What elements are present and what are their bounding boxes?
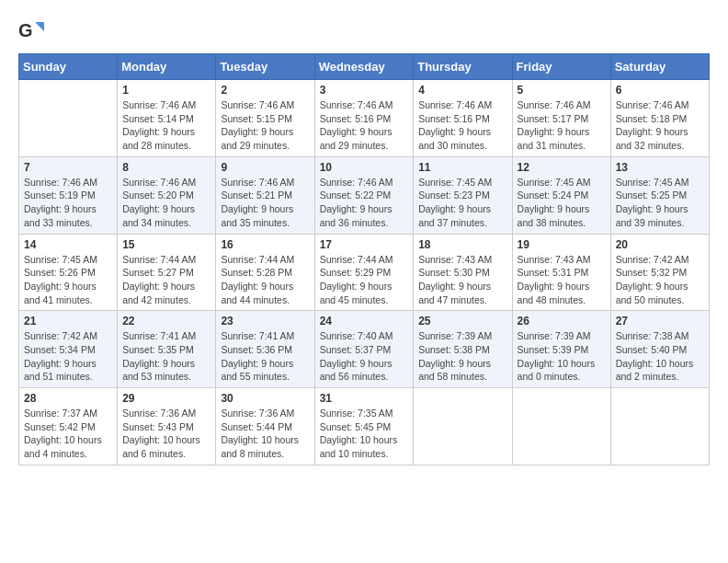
calendar-cell: 16Sunrise: 7:44 AMSunset: 5:28 PMDayligh… [216, 234, 314, 311]
day-info: Sunrise: 7:45 AMSunset: 5:26 PMDaylight:… [24, 253, 112, 307]
day-info: Sunrise: 7:46 AMSunset: 5:22 PMDaylight:… [320, 176, 409, 230]
calendar-cell: 6Sunrise: 7:46 AMSunset: 5:18 PMDaylight… [610, 80, 709, 157]
calendar-cell: 7Sunrise: 7:46 AMSunset: 5:19 PMDaylight… [19, 156, 118, 234]
day-number: 2 [221, 84, 309, 97]
calendar-cell: 8Sunrise: 7:46 AMSunset: 5:20 PMDaylight… [118, 156, 216, 234]
calendar-header-row: SundayMondayTuesdayWednesdayThursdayFrid… [19, 54, 710, 80]
day-info: Sunrise: 7:40 AMSunset: 5:37 PMDaylight:… [320, 329, 409, 384]
calendar-week-row: 14Sunrise: 7:45 AMSunset: 5:26 PMDayligh… [19, 234, 710, 311]
day-number: 23 [221, 315, 309, 327]
day-number: 16 [221, 238, 309, 251]
day-number: 10 [320, 161, 409, 174]
calendar-cell: 25Sunrise: 7:39 AMSunset: 5:38 PMDayligh… [414, 311, 512, 388]
calendar-cell: 19Sunrise: 7:43 AMSunset: 5:31 PMDayligh… [512, 234, 610, 311]
day-info: Sunrise: 7:41 AMSunset: 5:36 PMDaylight:… [221, 329, 309, 384]
calendar-cell: 1Sunrise: 7:46 AMSunset: 5:14 PMDaylight… [118, 80, 216, 157]
calendar-cell: 17Sunrise: 7:44 AMSunset: 5:29 PMDayligh… [314, 234, 414, 311]
day-info: Sunrise: 7:46 AMSunset: 5:16 PMDaylight:… [418, 98, 506, 153]
day-number: 29 [122, 392, 210, 405]
calendar-cell: 20Sunrise: 7:42 AMSunset: 5:32 PMDayligh… [610, 234, 709, 311]
day-info: Sunrise: 7:46 AMSunset: 5:15 PMDaylight:… [221, 98, 309, 153]
day-info: Sunrise: 7:46 AMSunset: 5:18 PMDaylight:… [616, 98, 704, 153]
calendar-cell: 4Sunrise: 7:46 AMSunset: 5:16 PMDaylight… [414, 80, 512, 157]
day-of-week-header: Friday [512, 54, 610, 80]
day-info: Sunrise: 7:44 AMSunset: 5:29 PMDaylight:… [320, 253, 409, 307]
calendar-cell: 29Sunrise: 7:36 AMSunset: 5:43 PMDayligh… [118, 388, 216, 465]
calendar-cell [19, 80, 118, 157]
calendar-cell [512, 388, 610, 465]
calendar-cell: 5Sunrise: 7:46 AMSunset: 5:17 PMDaylight… [512, 80, 610, 157]
svg-marker-1 [35, 22, 44, 31]
calendar-cell: 28Sunrise: 7:37 AMSunset: 5:42 PMDayligh… [19, 388, 118, 465]
day-number: 1 [122, 84, 210, 97]
calendar-cell: 9Sunrise: 7:46 AMSunset: 5:21 PMDaylight… [216, 156, 314, 234]
day-of-week-header: Saturday [610, 54, 709, 80]
calendar-cell: 27Sunrise: 7:38 AMSunset: 5:40 PMDayligh… [610, 311, 709, 388]
day-info: Sunrise: 7:45 AMSunset: 5:25 PMDaylight:… [616, 176, 704, 230]
calendar-cell: 23Sunrise: 7:41 AMSunset: 5:36 PMDayligh… [216, 311, 314, 388]
day-info: Sunrise: 7:37 AMSunset: 5:42 PMDaylight:… [24, 407, 112, 461]
day-number: 7 [24, 161, 112, 174]
calendar-cell: 14Sunrise: 7:45 AMSunset: 5:26 PMDayligh… [19, 234, 118, 311]
day-number: 3 [320, 84, 409, 97]
day-info: Sunrise: 7:44 AMSunset: 5:27 PMDaylight:… [122, 253, 210, 307]
day-info: Sunrise: 7:46 AMSunset: 5:17 PMDaylight:… [518, 98, 606, 153]
day-number: 30 [221, 392, 309, 405]
calendar-cell: 13Sunrise: 7:45 AMSunset: 5:25 PMDayligh… [610, 156, 709, 234]
calendar-cell: 21Sunrise: 7:42 AMSunset: 5:34 PMDayligh… [19, 311, 118, 388]
day-info: Sunrise: 7:46 AMSunset: 5:14 PMDaylight:… [122, 98, 210, 153]
day-number: 4 [418, 84, 506, 97]
day-info: Sunrise: 7:46 AMSunset: 5:19 PMDaylight:… [24, 176, 112, 230]
calendar-cell: 15Sunrise: 7:44 AMSunset: 5:27 PMDayligh… [118, 234, 216, 311]
day-info: Sunrise: 7:43 AMSunset: 5:30 PMDaylight:… [418, 253, 506, 307]
day-number: 21 [24, 315, 112, 327]
day-number: 28 [24, 392, 112, 405]
day-number: 6 [616, 84, 704, 97]
calendar-week-row: 7Sunrise: 7:46 AMSunset: 5:19 PMDaylight… [19, 156, 710, 234]
day-info: Sunrise: 7:39 AMSunset: 5:38 PMDaylight:… [418, 329, 506, 384]
day-number: 5 [518, 84, 606, 97]
day-number: 13 [616, 161, 704, 174]
calendar-cell: 2Sunrise: 7:46 AMSunset: 5:15 PMDaylight… [216, 80, 314, 157]
day-info: Sunrise: 7:39 AMSunset: 5:39 PMDaylight:… [518, 329, 606, 384]
calendar-cell: 30Sunrise: 7:36 AMSunset: 5:44 PMDayligh… [216, 388, 314, 465]
logo-icon: G [18, 18, 44, 44]
day-of-week-header: Sunday [19, 54, 118, 80]
day-info: Sunrise: 7:43 AMSunset: 5:31 PMDaylight:… [518, 253, 606, 307]
day-number: 25 [418, 315, 506, 327]
page-header: G [18, 18, 710, 44]
day-number: 19 [518, 238, 606, 251]
day-info: Sunrise: 7:46 AMSunset: 5:16 PMDaylight:… [320, 98, 409, 153]
day-of-week-header: Wednesday [314, 54, 414, 80]
calendar-cell [414, 388, 512, 465]
day-info: Sunrise: 7:42 AMSunset: 5:32 PMDaylight:… [616, 253, 704, 307]
day-number: 12 [518, 161, 606, 174]
day-info: Sunrise: 7:45 AMSunset: 5:24 PMDaylight:… [518, 176, 606, 230]
calendar-week-row: 1Sunrise: 7:46 AMSunset: 5:14 PMDaylight… [19, 80, 710, 157]
day-number: 17 [320, 238, 409, 251]
day-info: Sunrise: 7:36 AMSunset: 5:43 PMDaylight:… [122, 407, 210, 461]
calendar-cell: 11Sunrise: 7:45 AMSunset: 5:23 PMDayligh… [414, 156, 512, 234]
calendar-cell [610, 388, 709, 465]
day-number: 9 [221, 161, 309, 174]
day-number: 11 [418, 161, 506, 174]
day-info: Sunrise: 7:45 AMSunset: 5:23 PMDaylight:… [418, 176, 506, 230]
calendar-week-row: 28Sunrise: 7:37 AMSunset: 5:42 PMDayligh… [19, 388, 710, 465]
day-number: 18 [418, 238, 506, 251]
day-of-week-header: Thursday [414, 54, 512, 80]
day-number: 31 [320, 392, 409, 405]
day-number: 24 [320, 315, 409, 327]
day-number: 26 [518, 315, 606, 327]
day-info: Sunrise: 7:35 AMSunset: 5:45 PMDaylight:… [320, 407, 409, 461]
calendar-cell: 26Sunrise: 7:39 AMSunset: 5:39 PMDayligh… [512, 311, 610, 388]
day-info: Sunrise: 7:46 AMSunset: 5:20 PMDaylight:… [122, 176, 210, 230]
calendar-cell: 18Sunrise: 7:43 AMSunset: 5:30 PMDayligh… [414, 234, 512, 311]
calendar-cell: 12Sunrise: 7:45 AMSunset: 5:24 PMDayligh… [512, 156, 610, 234]
day-of-week-header: Tuesday [216, 54, 314, 80]
day-of-week-header: Monday [118, 54, 216, 80]
svg-text:G: G [18, 20, 33, 40]
day-info: Sunrise: 7:38 AMSunset: 5:40 PMDaylight:… [616, 329, 704, 384]
day-info: Sunrise: 7:41 AMSunset: 5:35 PMDaylight:… [122, 329, 210, 384]
logo: G [18, 18, 48, 44]
calendar-week-row: 21Sunrise: 7:42 AMSunset: 5:34 PMDayligh… [19, 311, 710, 388]
